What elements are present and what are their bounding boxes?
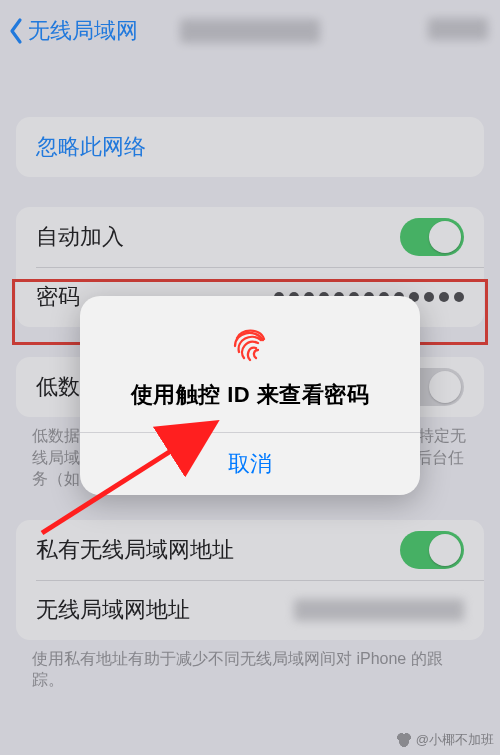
watermark-text: @小椰不加班 xyxy=(416,731,494,749)
fingerprint-icon xyxy=(226,318,274,366)
touch-id-dialog: 使用触控 ID 来查看密码 取消 xyxy=(80,296,420,495)
watermark: @小椰不加班 xyxy=(396,731,494,749)
modal-overlay: 使用触控 ID 来查看密码 取消 xyxy=(0,0,500,755)
paw-icon xyxy=(396,732,412,748)
dialog-title: 使用触控 ID 来查看密码 xyxy=(98,380,402,410)
dialog-body: 使用触控 ID 来查看密码 xyxy=(80,296,420,432)
dialog-cancel-button[interactable]: 取消 xyxy=(80,432,420,495)
